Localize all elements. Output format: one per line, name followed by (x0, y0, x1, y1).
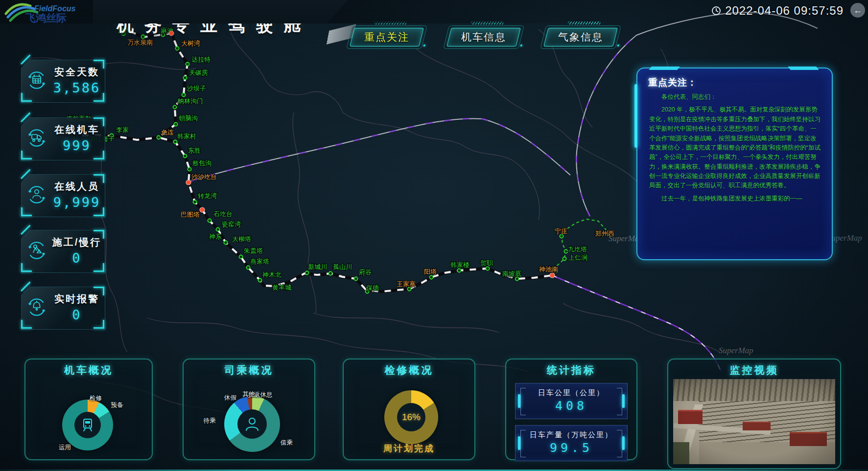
station-marker[interactable] (560, 234, 563, 238)
station-marker[interactable] (183, 154, 187, 157)
station-marker[interactable] (328, 271, 332, 275)
video-feed[interactable] (673, 379, 835, 464)
donut-label: 值乘57.81% (281, 439, 293, 447)
station-marker[interactable] (216, 227, 219, 231)
focus-paragraph: 2020 年，极不平凡、极其不易。面对复杂深刻的发展形势变化，特别是在疫情冲击等… (649, 105, 821, 190)
station-marker[interactable] (515, 277, 518, 280)
key-station-marker[interactable] (186, 180, 191, 185)
tab-focus-outer: 重点关注 (346, 25, 427, 49)
station-label: 黄羊城 (272, 284, 291, 291)
station-marker[interactable] (563, 257, 566, 260)
daily-output-label: 日车产量（万吨公里） (516, 430, 627, 440)
tab-loco-outer: 机车信息 (443, 25, 524, 49)
stat-card-2: 在线机车999 (21, 117, 105, 160)
station-label: 神池南 (539, 266, 558, 273)
metric-bracket (617, 388, 622, 415)
station-label: 王家寨 (397, 280, 416, 288)
station-label: 沙坝子 (187, 85, 206, 92)
station-label: 韩家楼 (450, 261, 469, 269)
title-band (93, 0, 348, 23)
station-marker[interactable] (258, 278, 261, 282)
key-station-marker[interactable] (200, 207, 205, 212)
station-marker[interactable] (157, 135, 160, 139)
station-label: 朱盖塔 (244, 247, 263, 254)
train-icon (79, 417, 96, 433)
boundary-line (313, 313, 499, 333)
railway-line (117, 28, 552, 292)
crew-donut-chart[interactable]: 折返休息7.11%值乘57.81%待乘23.89%休假8.19%其他3% (184, 359, 314, 459)
donut-label: 待乘23.89% (204, 417, 216, 424)
station-label: 阳塔 (424, 268, 437, 275)
loco-overview-panel: 机车概况 检修7.56%预备8.56%运用83.88% (24, 359, 153, 460)
station-marker[interactable] (224, 241, 227, 244)
back-button[interactable]: ← (850, 3, 865, 18)
tab-bar: 重点关注 机车信息 气象信息 (349, 25, 618, 49)
key-focus-panel[interactable]: 重点关注： 各位代表、同志们： 2020 年，极不平凡、极其不易。面对复杂深刻的… (636, 67, 833, 260)
station-marker[interactable] (186, 62, 189, 66)
stat-label: 实时报警 (51, 292, 103, 306)
focus-paragraph: 过去一年，是包神铁路集团发展史上浓墨重彩的一— (649, 194, 821, 203)
focus-panel-accent-left (649, 67, 680, 70)
daily-km-label: 日车公里（公里） (516, 388, 627, 398)
station-marker[interactable] (183, 76, 187, 79)
station-marker[interactable] (305, 271, 308, 274)
stat-value: 0 (51, 307, 103, 322)
weekly-plan-percent: 16% (402, 412, 421, 423)
station-marker[interactable] (188, 167, 191, 171)
station-label: 东胜 (188, 147, 201, 154)
station-marker[interactable] (193, 200, 196, 203)
station-label: 九圪塔 (568, 246, 587, 253)
boundary-line (563, 303, 720, 352)
maintenance-overview-panel: 检修概况 16% 周计划完成 (343, 359, 475, 460)
person-icon (243, 415, 261, 433)
station-marker[interactable] (173, 105, 176, 109)
clock-area: 2022-04-06 09:57:59 (711, 4, 844, 18)
daily-km-metric: 日车公里（公里） 408 (515, 383, 628, 419)
focus-panel-title: 重点关注： (648, 76, 832, 89)
stat-card-5: 实时报警0 (21, 287, 105, 330)
station-marker[interactable] (354, 277, 357, 280)
station-marker[interactable] (182, 93, 185, 96)
station-label: 关碾房 (189, 69, 208, 76)
white-dash-line (552, 275, 721, 371)
station-marker[interactable] (246, 266, 250, 269)
station-marker[interactable] (407, 287, 411, 291)
focus-panel-accent-bar (634, 84, 637, 148)
stat-label: 安全天数 (51, 66, 103, 79)
stat-value: 999 (51, 138, 103, 153)
maintenance-donut-chart[interactable]: 16% 周计划完成 (344, 359, 474, 459)
station-label: 上仁涧 (568, 254, 587, 261)
station-marker[interactable] (174, 122, 177, 126)
loco-donut-chart[interactable]: 检修7.56%预备8.56%运用83.88% (25, 359, 152, 459)
station-marker[interactable] (486, 267, 489, 270)
station-label: 敖包沟 (192, 159, 211, 167)
station-marker[interactable] (173, 140, 177, 143)
station-marker[interactable] (429, 275, 433, 279)
station-label: 孤山川 (333, 263, 352, 270)
tab-key-focus[interactable]: 重点关注 (350, 28, 423, 46)
stat-label: 在线机车 (51, 123, 103, 136)
logo-text-en: FieldFocus (34, 4, 76, 13)
tab-weather-info[interactable]: 气象信息 (543, 28, 617, 46)
station-label: 府谷 (359, 269, 372, 276)
station-label: 神东 (209, 233, 222, 240)
key-station-marker[interactable] (550, 273, 555, 278)
person-icon (25, 183, 48, 208)
station-marker[interactable] (175, 46, 179, 50)
station-marker[interactable] (457, 269, 461, 272)
stat-value: 3,586 (51, 80, 103, 95)
daily-km-value: 408 (516, 399, 627, 413)
fieldfocus-logo: FieldFocus 飞鸿丝际 (4, 1, 99, 23)
donut-label: 检修7.56% (90, 394, 102, 402)
dashboard-stage: 河西麻池万水泉南大树湾达拉特关碾房沙坝子纳林沟门朝脑沟李家色连韩家村东胜敖包沟沙… (0, 0, 868, 471)
station-label: 新城川 (308, 263, 327, 270)
video-vignette (673, 379, 835, 464)
donut-label: 运用83.88% (59, 444, 71, 451)
station-marker[interactable] (239, 255, 242, 258)
station-marker[interactable] (564, 249, 567, 253)
tab-locomotive-info[interactable]: 机车信息 (446, 28, 520, 46)
tab-weather-outer: 气象信息 (540, 25, 621, 49)
purple-line (552, 275, 721, 371)
station-marker[interactable] (208, 219, 211, 222)
clock-icon (711, 6, 721, 16)
